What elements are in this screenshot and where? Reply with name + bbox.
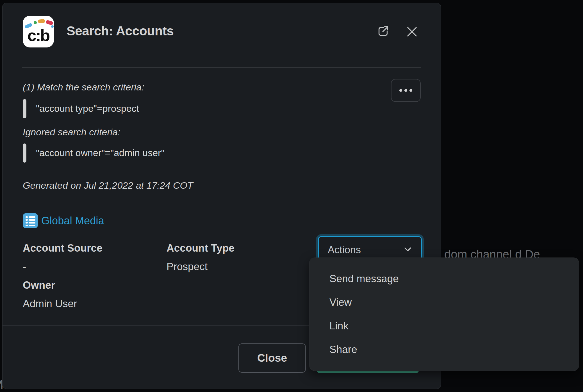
actions-dropdown-label: Actions: [328, 244, 361, 256]
generated-timestamp-line: Generated on Jul 21,2022 at 17:24 COT: [23, 180, 193, 191]
field-value-account-type: Prospect: [167, 261, 208, 273]
blockquote-bar: [23, 143, 26, 163]
blockquote-bar: [23, 99, 26, 118]
close-button[interactable]: Close: [238, 343, 306, 373]
open-external-button[interactable]: [376, 24, 391, 39]
logo-dash-red: [45, 20, 54, 25]
menu-item-share[interactable]: Share: [309, 339, 579, 360]
field-label-account-type: Account Type: [167, 242, 234, 254]
header-divider: [22, 67, 421, 68]
field-value-account-source: -: [23, 261, 26, 273]
external-link-icon: [376, 24, 390, 39]
logo-dot-green: [34, 21, 37, 24]
ignored-criteria-quote: "account owner"="admin user": [36, 147, 164, 158]
logo-dash-amber: [38, 19, 45, 23]
match-criteria-quote: "account type"=prospect: [36, 103, 139, 114]
actions-dropdown-menu: Send message View Link Share: [309, 257, 579, 371]
record-link-label: Global Media: [41, 215, 104, 227]
menu-item-send-message[interactable]: Send message: [309, 268, 579, 289]
menu-item-link[interactable]: Link: [309, 316, 579, 336]
close-icon: [406, 25, 418, 39]
overflow-dots-icon: [399, 89, 412, 92]
field-value-owner: Admin User: [23, 298, 77, 310]
record-link-global-media[interactable]: Global Media: [23, 213, 104, 228]
ignored-criteria-line: Ignored search criteria:: [23, 127, 120, 138]
app-logo: c:b: [23, 16, 54, 47]
field-label-owner: Owner: [23, 279, 55, 291]
match-criteria-line: (1) Match the search criteria:: [23, 82, 144, 93]
list-icon: [23, 213, 38, 228]
app-logo-text: c:b: [23, 26, 54, 45]
chevron-down-icon: [404, 247, 411, 253]
message-overflow-button[interactable]: [391, 79, 421, 102]
field-label-account-source: Account Source: [23, 242, 103, 254]
close-button-x[interactable]: [405, 25, 419, 40]
section-divider: [22, 207, 421, 207]
dialog-title: Search: Accounts: [67, 23, 174, 38]
menu-item-view[interactable]: View: [309, 292, 579, 313]
